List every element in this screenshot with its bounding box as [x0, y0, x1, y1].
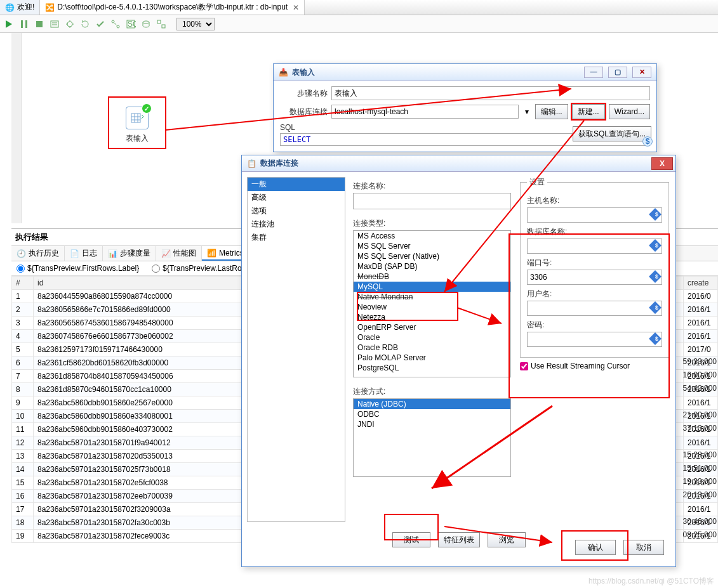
nav-item[interactable]: 一般 — [248, 178, 345, 191]
tab-file-label: D:\soft\tool\pdi-ce-5.4.0.1-130\workspac… — [57, 2, 288, 13]
type-option[interactable]: PostgreSQL — [354, 363, 510, 373]
tab-perf[interactable]: 📈性能图 — [156, 246, 202, 261]
minimize-button[interactable]: — — [584, 67, 603, 78]
col-create[interactable]: create — [684, 277, 718, 290]
maximize-button[interactable]: ▢ — [608, 67, 627, 78]
log-icon: 📄 — [70, 249, 79, 258]
canvas-ruler — [11, 33, 22, 223]
type-option[interactable]: Palo MOLAP Server — [354, 353, 510, 363]
close-icon[interactable]: ✕ — [293, 3, 299, 12]
tab-exec-history[interactable]: 🕘执行历史 — [11, 246, 65, 261]
access-option[interactable]: Native (JDBC) — [354, 399, 510, 409]
nav-item[interactable]: 高级 — [248, 191, 345, 204]
tab-step-metrics[interactable]: 📊步骤度量 — [103, 246, 156, 261]
step-name-label: 步骤名称 — [280, 88, 328, 99]
port-label: 端口号: — [527, 258, 662, 268]
tab-welcome[interactable]: 🌐 欢迎! — [0, 0, 40, 15]
sql-button[interactable]: SQL — [124, 18, 137, 30]
radio-first-rows[interactable]: ${TransPreview.FirstRows.Label} — [17, 264, 139, 273]
type-option[interactable]: MS SQL Server — [354, 241, 510, 251]
close-button[interactable]: ✕ — [632, 67, 651, 78]
dialog-titlebar[interactable]: 📥 表输入 — ▢ ✕ — [274, 64, 656, 81]
access-option[interactable]: ODBC — [354, 409, 510, 419]
debug-button[interactable] — [63, 18, 76, 30]
db-conn-select[interactable] — [331, 105, 519, 119]
radio-last-rows[interactable]: ${TransPreview.LastRo — [152, 264, 241, 273]
user-label: 用户名: — [527, 289, 662, 299]
new-conn-button[interactable]: 新建... — [572, 104, 605, 119]
conn-name-input[interactable] — [353, 193, 511, 209]
edit-conn-button[interactable]: 编辑... — [535, 104, 568, 119]
stop-button[interactable] — [33, 18, 46, 30]
settings-fieldset: 设置 主机名称: $ 数据库名称: $ 端口号: $ 用户名: $ 密码: $ — [520, 177, 669, 358]
port-input[interactable] — [527, 270, 662, 285]
svg-rect-8 — [157, 20, 161, 23]
nav-item[interactable]: 连接池 — [248, 218, 345, 231]
type-option[interactable]: Neoview — [354, 302, 510, 312]
list-icon: 📋 — [247, 159, 256, 168]
step-name-input[interactable] — [331, 86, 650, 100]
show-results-button[interactable] — [155, 18, 168, 30]
impact-button[interactable] — [109, 18, 122, 30]
preview-button[interactable] — [48, 18, 61, 30]
nav-item[interactable]: 选项 — [248, 204, 345, 218]
dialog-icon: 📥 — [279, 68, 288, 77]
access-label: 连接方式: — [353, 386, 511, 397]
svg-text:SQL: SQL — [128, 20, 136, 29]
right-time-column: 59:33.00016:00.00054:42.00021:00.00037:1… — [683, 355, 717, 542]
gauge-icon: 📶 — [207, 249, 216, 258]
run-button[interactable] — [3, 18, 15, 30]
svg-point-4 — [117, 25, 119, 28]
watermark: https://blog.csdn.net/qi @51CTO博客 — [588, 576, 714, 587]
dialog-title-text: 数据库连接 — [260, 158, 298, 169]
zoom-select[interactable]: 100% — [176, 18, 215, 30]
feature-list-button[interactable]: 特征列表 — [438, 532, 480, 547]
close-button[interactable]: X — [651, 157, 673, 170]
streaming-cursor-check[interactable]: Use Result Streaming Cursor — [520, 362, 669, 370]
ok-button[interactable]: 确认 — [575, 540, 616, 555]
type-option[interactable]: Netezza — [354, 312, 510, 322]
wizard-button[interactable]: Wizard... — [609, 104, 650, 119]
browse-button[interactable]: 浏览 — [488, 532, 526, 547]
conn-type-list[interactable]: MS AccessMS SQL ServerMS SQL Server (Nat… — [353, 230, 511, 377]
dialog-titlebar[interactable]: 📋 数据库连接 X — [242, 155, 675, 172]
help-icon[interactable]: $ — [642, 136, 653, 147]
type-option[interactable]: Oracle — [354, 332, 510, 343]
type-option[interactable]: Native Mondrian — [354, 292, 510, 302]
editor-tabs: 🌐 欢迎! 🔀 D:\soft\tool\pdi-ce-5.4.0.1-130\… — [0, 0, 718, 15]
check-icon: ✓ — [142, 103, 152, 114]
host-input[interactable] — [527, 207, 662, 223]
conn-type-label: 连接类型: — [353, 218, 511, 229]
tab-file[interactable]: 🔀 D:\soft\tool\pdi-ce-5.4.0.1-130\worksp… — [40, 0, 305, 15]
type-option[interactable]: MaxDB (SAP DB) — [354, 261, 510, 271]
chart-icon: 📈 — [161, 249, 171, 258]
pause-button[interactable] — [18, 18, 30, 30]
db-name-input[interactable] — [527, 238, 662, 254]
type-option[interactable]: MS Access — [354, 231, 510, 241]
type-option[interactable]: Oracle RDB — [354, 343, 510, 353]
left-nav[interactable]: 一般高级选项连接池集群 — [247, 177, 345, 522]
main-toolbar: SQL 100% — [0, 15, 718, 33]
cancel-button[interactable]: 取消 — [623, 540, 664, 555]
chevron-down-icon[interactable]: ▾ — [522, 107, 531, 116]
access-list[interactable]: Native (JDBC)ODBCJNDI — [353, 398, 511, 477]
fetch-sql-button[interactable]: 获取SQL查询语句... — [573, 126, 651, 141]
access-option[interactable]: JNDI — [354, 419, 510, 429]
col-num[interactable]: # — [12, 277, 34, 290]
type-option[interactable]: OpenERP Server — [354, 322, 510, 332]
metrics-icon: 📊 — [108, 249, 117, 258]
type-option[interactable]: MySQL — [354, 282, 510, 292]
user-input[interactable] — [527, 301, 662, 316]
dialog-title-text: 表输入 — [292, 67, 315, 78]
tab-log[interactable]: 📄日志 — [65, 246, 103, 261]
nav-item[interactable]: 集群 — [248, 231, 345, 244]
verify-button[interactable] — [94, 18, 107, 30]
test-button[interactable]: 测试 — [392, 532, 430, 547]
pass-input[interactable] — [527, 332, 662, 347]
replay-button[interactable] — [79, 18, 91, 30]
type-option[interactable]: MS SQL Server (Native) — [354, 251, 510, 261]
explore-button[interactable] — [140, 18, 152, 30]
db-connection-dialog: 📋 数据库连接 X 一般高级选项连接池集群 连接名称: 连接类型: MS Acc… — [241, 155, 676, 567]
step-node[interactable]: ✓ 表输入 — [108, 96, 166, 149]
type-option[interactable]: MonetDB — [354, 271, 510, 282]
